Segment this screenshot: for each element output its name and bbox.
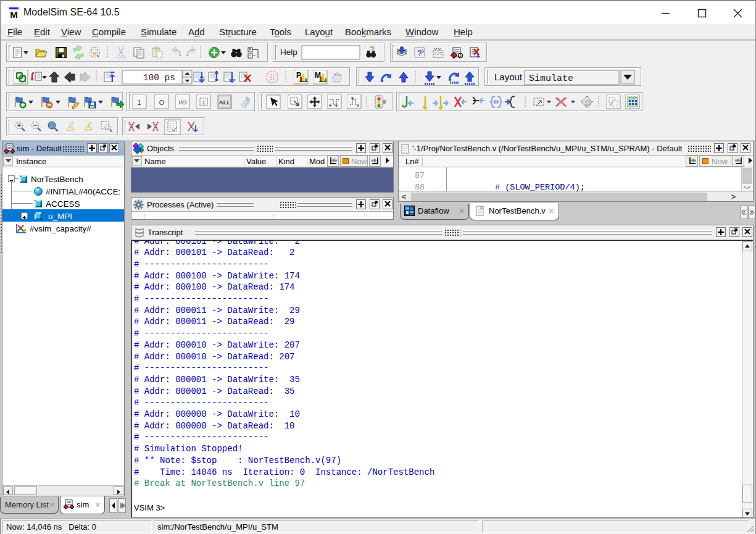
svg-text:100 ps: 100 ps [143,73,175,83]
svg-text:1: 1 [202,99,205,106]
svg-text:?: ? [417,48,422,57]
svg-text:I/O: I/O [179,99,187,106]
svg-text:ALL: ALL [219,99,231,106]
svg-text:1: 1 [137,99,141,106]
svg-text:Simulate: Simulate [529,73,573,84]
svg-text:?: ? [370,44,375,54]
svg-text:Help: Help [280,48,297,57]
svg-text:M: M [10,9,18,19]
svg-text:O: O [159,99,165,106]
svg-text:Layout: Layout [494,72,523,82]
